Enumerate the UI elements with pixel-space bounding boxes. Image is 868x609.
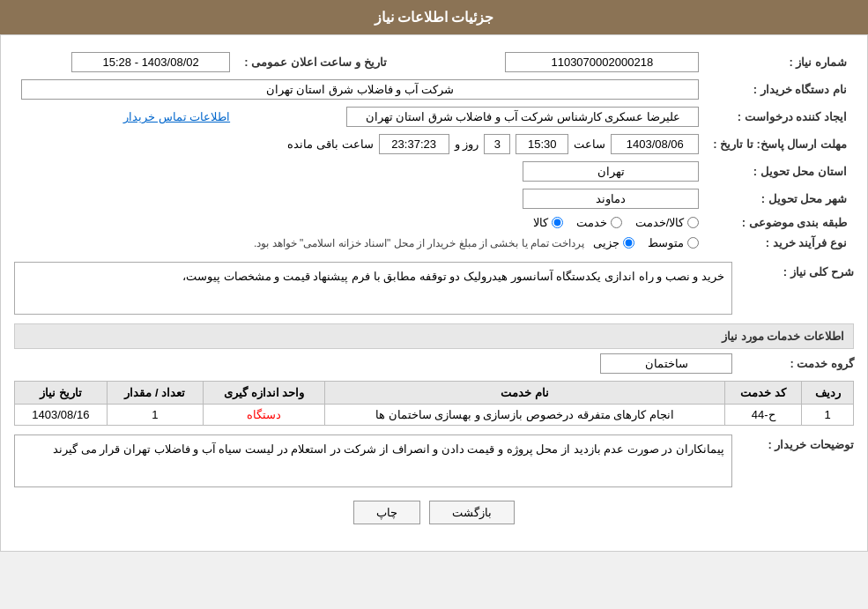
cell-service-code: ح-44 bbox=[724, 405, 801, 426]
col-quantity: تعداد / مقدار bbox=[107, 382, 203, 405]
content-area: شماره نیاز : 1103070002000218 تاریخ و سا… bbox=[0, 34, 868, 552]
category-radio-kala[interactable] bbox=[552, 217, 563, 228]
col-row-num: ردیف bbox=[802, 382, 854, 405]
buyer-notes-container: توضیحات خریدار : پیمانکاران در صورت عدم … bbox=[14, 434, 854, 487]
service-group-container: گروه خدمت : ساختمان bbox=[14, 353, 854, 374]
print-button[interactable]: چاپ bbox=[353, 501, 420, 524]
purchase-type-container: متوسط جزیی پرداخت تمام یا بخشی از مبلغ خ… bbox=[21, 236, 699, 249]
service-table-head: ردیف کد خدمت نام خدمت واحد اندازه گیری ت… bbox=[15, 382, 854, 405]
back-button[interactable]: بازگشت bbox=[429, 501, 515, 524]
col-service-name: نام خدمت bbox=[325, 382, 725, 405]
cell-unit: دستگاه bbox=[204, 405, 325, 426]
category-option-kala[interactable]: کالا bbox=[533, 216, 563, 229]
deadline-time: 15:30 bbox=[516, 134, 568, 154]
creator-value: علیرضا عسکری کارشناس شرکت آب و فاضلاب شر… bbox=[346, 107, 699, 127]
description-container: شرح کلی نیاز : خرید و نصب و راه اندازی ی… bbox=[14, 262, 854, 315]
category-label-khadamat: خدمت bbox=[576, 216, 607, 229]
deadline-label: مهلت ارسال پاسخ: تا تاریخ : bbox=[706, 130, 854, 158]
category-label-kala: کالا bbox=[533, 216, 548, 229]
deadline-row: 1403/08/06 ساعت 15:30 3 روز و 23:37:23 س… bbox=[21, 134, 699, 154]
purchase-type-label-jozi: جزیی bbox=[593, 236, 619, 249]
province-value: تهران bbox=[523, 161, 699, 182]
row-need-number: شماره نیاز : 1103070002000218 تاریخ و سا… bbox=[14, 48, 854, 76]
deadline-remaining-label: ساعت باقی مانده bbox=[287, 137, 373, 151]
info-table: شماره نیاز : 1103070002000218 تاریخ و سا… bbox=[14, 48, 854, 253]
service-group-value: ساختمان bbox=[600, 353, 732, 374]
purchase-type-note: پرداخت تمام یا بخشی از مبلغ خریدار از مح… bbox=[254, 237, 584, 249]
deadline-date: 1403/08/06 bbox=[611, 134, 699, 154]
cell-service-name: انجام کارهای متفرقه درخصوص بازسازی و بهس… bbox=[325, 405, 725, 426]
row-buyer-name: نام دستگاه خریدار : شرکت آب و فاضلاب شرق… bbox=[14, 76, 854, 103]
button-row: بازگشت چاپ bbox=[14, 501, 854, 538]
cell-row-num: 1 bbox=[802, 405, 854, 426]
service-group-label: گروه خدمت : bbox=[739, 357, 854, 370]
deadline-time-label: ساعت bbox=[574, 137, 605, 151]
services-section-header: اطلاعات خدمات مورد نیاز bbox=[14, 323, 854, 349]
purchase-type-option-motavset[interactable]: متوسط bbox=[648, 236, 699, 249]
col-unit: واحد اندازه گیری bbox=[204, 382, 325, 405]
need-number-label: شماره نیاز : bbox=[706, 48, 854, 76]
city-value: دماوند bbox=[523, 189, 699, 209]
purchase-type-radio-group: متوسط جزیی bbox=[593, 236, 699, 249]
category-radio-group: کالا/خدمت خدمت کالا bbox=[21, 216, 699, 229]
buyer-name-value: شرکت آب و فاضلاب شرق استان تهران bbox=[21, 79, 699, 100]
col-date: تاریخ نیاز bbox=[15, 382, 108, 405]
province-label: استان محل تحویل : bbox=[706, 158, 854, 185]
category-label-kala-khadamat: کالا/خدمت bbox=[635, 216, 685, 229]
service-table-header-row: ردیف کد خدمت نام خدمت واحد اندازه گیری ت… bbox=[15, 382, 854, 405]
purchase-type-option-jozi[interactable]: جزیی bbox=[593, 236, 634, 249]
purchase-type-label-motavset: متوسط bbox=[648, 236, 684, 249]
city-label: شهر محل تحویل : bbox=[706, 185, 854, 212]
page-title: جزئیات اطلاعات نیاز bbox=[375, 10, 494, 25]
deadline-remaining: 23:37:23 bbox=[379, 134, 449, 154]
table-row: 1 ح-44 انجام کارهای متفرقه درخصوص بازساز… bbox=[15, 405, 854, 426]
page-wrapper: جزئیات اطلاعات نیاز شماره نیاز : 1103070… bbox=[0, 0, 868, 552]
announce-datetime-value: 1403/08/02 - 15:28 bbox=[71, 52, 230, 72]
deadline-day-label: روز و bbox=[455, 137, 479, 151]
category-label: طبقه بندی موضوعی : bbox=[706, 212, 854, 233]
cell-date: 1403/08/16 bbox=[15, 405, 108, 426]
need-number-value: 1103070002000218 bbox=[505, 52, 699, 72]
announce-datetime-label: تاریخ و ساعت اعلان عمومی : bbox=[237, 48, 393, 76]
description-label: شرح کلی نیاز : bbox=[739, 262, 854, 279]
cell-quantity: 1 bbox=[107, 405, 203, 426]
page-header: جزئیات اطلاعات نیاز bbox=[0, 0, 868, 34]
category-option-khadamat[interactable]: خدمت bbox=[576, 216, 622, 229]
purchase-type-radio-jozi[interactable] bbox=[623, 237, 634, 249]
buyer-name-label: نام دستگاه خریدار : bbox=[706, 76, 854, 103]
description-value: خرید و نصب و راه اندازی یکدستگاه آسانسور… bbox=[14, 262, 732, 315]
row-city: شهر محل تحویل : دماوند bbox=[14, 185, 854, 212]
row-province: استان محل تحویل : تهران bbox=[14, 158, 854, 185]
service-table-body: 1 ح-44 انجام کارهای متفرقه درخصوص بازساز… bbox=[15, 405, 854, 426]
col-service-code: کد خدمت bbox=[724, 382, 801, 405]
service-table: ردیف کد خدمت نام خدمت واحد اندازه گیری ت… bbox=[14, 381, 854, 426]
category-radio-kala-khadamat[interactable] bbox=[687, 217, 699, 228]
buyer-notes-label: توضیحات خریدار : bbox=[739, 434, 854, 451]
deadline-days: 3 bbox=[484, 134, 510, 154]
row-purchase-type: نوع فرآیند خرید : متوسط جزیی bbox=[14, 233, 854, 253]
category-option-kala-khadamat[interactable]: کالا/خدمت bbox=[635, 216, 700, 229]
category-radio-khadamat[interactable] bbox=[611, 217, 622, 228]
purchase-type-radio-motavset[interactable] bbox=[687, 237, 699, 249]
row-deadline: مهلت ارسال پاسخ: تا تاریخ : 1403/08/06 س… bbox=[14, 130, 854, 158]
buyer-notes-value: پیمانکاران در صورت عدم بازدید از محل پرو… bbox=[14, 434, 732, 487]
row-category: طبقه بندی موضوعی : کالا/خدمت خدمت bbox=[14, 212, 854, 233]
creator-label: ایجاد کننده درخواست : bbox=[706, 103, 854, 130]
purchase-type-label: نوع فرآیند خرید : bbox=[706, 233, 854, 253]
contact-link[interactable]: اطلاعات تماس خریدار bbox=[123, 110, 230, 123]
row-creator: ایجاد کننده درخواست : علیرضا عسکری کارشن… bbox=[14, 103, 854, 130]
